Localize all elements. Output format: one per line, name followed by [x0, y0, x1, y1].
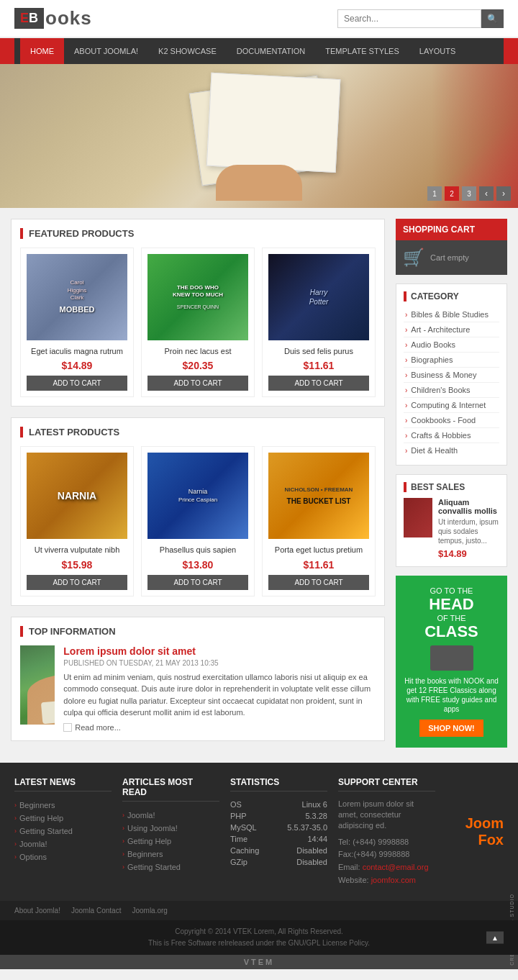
content-right: SHOPPING CART 🛒 Cart empty CATEGORY ›Bib…	[396, 219, 507, 752]
footer-link-news-3[interactable]: ›Joomla!	[14, 838, 112, 850]
category-section: CATEGORY ›Bibles & Bible Studies ›Art - …	[396, 283, 507, 466]
category-label-7: Cookbooks - Food	[411, 416, 476, 425]
footer-link-art-4[interactable]: ›Getting Started	[122, 861, 219, 874]
footer-link-arrow-3: ›	[14, 840, 17, 848]
footer-email-link[interactable]: contact@email.org	[363, 863, 429, 871]
promo-tablet-img	[430, 645, 473, 671]
vtem-watermark: VTEM	[0, 955, 518, 969]
category-item-8[interactable]: ›Crafts & Hobbies	[404, 428, 499, 443]
footer-link-art-0[interactable]: ›Joomla!	[122, 809, 219, 822]
info-item: Lorem ipsum dolor sit amet PUBLISHED ON …	[20, 645, 376, 732]
category-arrow-6: ›	[405, 401, 407, 409]
promo-line4: CLASS	[403, 624, 500, 640]
promo-banner: GO TO THE HEAD OF THE CLASS Hit the book…	[396, 576, 507, 748]
footer-stat-mysql: MySQL5.5.37-35.0	[230, 822, 327, 833]
featured-products-section: FEATURED PRODUCTS Carol Higgins Clark MO…	[11, 219, 385, 407]
latest-product-3-price: $11.61	[268, 559, 369, 571]
category-item-3[interactable]: ›Biographies	[404, 353, 499, 368]
category-item-9[interactable]: ›Diet & Health	[404, 443, 499, 458]
footer-support-desc: Lorem ipsum dolor sit amet, consectetur …	[338, 799, 435, 832]
footer-stat-php: PHP5.3.28	[230, 810, 327, 822]
promo-shop-btn[interactable]: SHOP NOW!	[419, 720, 483, 737]
search-button[interactable]: 🔍	[481, 9, 504, 28]
footer-link-art-3[interactable]: ›Beginners	[122, 848, 219, 861]
latest-product-2-title: Phasellus quis sapien	[147, 545, 248, 555]
category-label-5: Children's Books	[411, 386, 470, 394]
category-arrow-3: ›	[405, 356, 407, 364]
category-label-3: Biographies	[411, 355, 453, 364]
footer-link-news-0[interactable]: ›Beginners	[14, 799, 112, 812]
latest-product-2-img: Narnia Prince Caspian	[147, 453, 248, 539]
footer-link-art-2[interactable]: ›Getting Help	[122, 835, 219, 848]
featured-product-3-price: $11.61	[268, 360, 369, 371]
featured-product-2-price: $20.35	[147, 360, 248, 371]
category-label-1: Art - Architecture	[411, 325, 470, 334]
best-sales-header: BEST SALES	[404, 482, 499, 492]
best-sales-section: BEST SALES Aliquam convallis mollis Ut i…	[396, 474, 507, 567]
nav-item-home[interactable]: HOME	[20, 38, 64, 64]
footer-link-arrow-0: ›	[14, 802, 17, 809]
joomfox-text: Joom	[465, 815, 504, 832]
footer-fax: Fax:(+844) 9998888	[338, 848, 435, 861]
best-sale-desc: Ut interdum, ipsum quis sodales tempus, …	[438, 517, 499, 545]
featured-product-2-title: Proin nec lacus est	[147, 346, 248, 356]
footer-bottom: Copyright © 2014 VTEK Lorem, All Rights …	[0, 920, 518, 955]
latest-product-2-price: $13.80	[147, 559, 248, 571]
footer-link-news-1[interactable]: ›Getting Help	[14, 812, 112, 825]
category-arrow-2: ›	[405, 341, 407, 349]
cart-body: 🛒 Cart empty	[396, 240, 507, 275]
hero-dot-2[interactable]: 2	[445, 186, 459, 201]
featured-product-1-cart-btn[interactable]: ADD TO CART	[27, 376, 127, 391]
category-label-8: Crafts & Hobbies	[411, 431, 471, 440]
nav-item-k2[interactable]: K2 SHOWCASE	[148, 38, 227, 64]
footer-art-arrow-4: ›	[122, 863, 124, 871]
latest-product-3-cart-btn[interactable]: ADD TO CART	[268, 575, 369, 590]
footer-statistics: STATISTICS OSLinux 6 PHP5.3.28 MySQL5.5.…	[230, 777, 327, 887]
cart-empty-text: Cart empty	[430, 253, 469, 262]
featured-product-3-cart-btn[interactable]: ADD TO CART	[268, 376, 369, 391]
category-item-4[interactable]: ›Business & Money	[404, 368, 499, 383]
featured-product-1: Carol Higgins Clark MOBBED Eget iaculis …	[20, 248, 134, 397]
latest-product-3-title: Porta eget luctus pretium	[268, 545, 369, 555]
best-sale-title: Aliquam convallis mollis	[438, 498, 499, 515]
read-more-link[interactable]: Read more...	[63, 723, 376, 732]
latest-product-2-cart-btn[interactable]: ADD TO CART	[147, 575, 248, 590]
info-meta: PUBLISHED ON TUESDAY, 21 MAY 2013 10:35	[63, 659, 376, 667]
footer-bar-link-0[interactable]: About Joomla!	[14, 907, 60, 915]
back-to-top-btn[interactable]: ▲	[486, 932, 504, 944]
hero-dot-3[interactable]: 3	[462, 186, 476, 201]
hero-prev[interactable]: ‹	[479, 186, 494, 201]
footer-latest-news: LATEST NEWS ›Beginners ›Getting Help ›Ge…	[14, 777, 112, 887]
shopping-cart-section: SHOPPING CART 🛒 Cart empty	[396, 219, 507, 275]
category-item-6[interactable]: ›Computing & Internet	[404, 398, 499, 413]
footer-website-link[interactable]: joomfox.com	[371, 876, 416, 884]
nav-item-about[interactable]: ABOUT JOOMLA!	[64, 38, 148, 64]
footer-bar-link-2[interactable]: Joomla.org	[132, 907, 167, 915]
nav-item-styles[interactable]: TEMPLATE STYLES	[315, 38, 409, 64]
nav-item-docs[interactable]: DOCUMENTATION	[227, 38, 316, 64]
category-item-1[interactable]: ›Art - Architecture	[404, 322, 499, 337]
footer-art-arrow-1: ›	[122, 825, 124, 832]
top-info-header: TOP INFORMATION	[20, 626, 376, 637]
latest-product-1-cart-btn[interactable]: ADD TO CART	[27, 575, 127, 590]
latest-product-1-img: NARNIA	[27, 453, 127, 539]
category-item-7[interactable]: ›Cookbooks - Food	[404, 413, 499, 428]
category-item-5[interactable]: ›Children's Books	[404, 383, 499, 398]
featured-product-3-title: Duis sed felis purus	[268, 346, 369, 356]
hero-next[interactable]: ›	[496, 186, 511, 201]
best-sale-price: $14.89	[438, 548, 499, 559]
footer-link-art-1[interactable]: ›Using Joomla!	[122, 822, 219, 835]
nav-item-layouts[interactable]: LAYOUTS	[409, 38, 466, 64]
hero-dot-1[interactable]: 1	[427, 186, 442, 201]
footer-tel: Tel: (+844) 9998888	[338, 836, 435, 849]
footer-stat-caching: CachingDisabled	[230, 845, 327, 856]
featured-product-2-cart-btn[interactable]: ADD TO CART	[147, 376, 248, 391]
footer-link-news-2[interactable]: ›Getting Started	[14, 825, 112, 838]
footer-bar-link-1[interactable]: Joomla Contact	[71, 907, 121, 915]
category-item-0[interactable]: ›Bibles & Bible Studies	[404, 307, 499, 322]
footer-link-news-4[interactable]: ›Options	[14, 850, 112, 863]
info-title: Lorem ipsum dolor sit amet	[63, 645, 376, 657]
category-arrow-7: ›	[405, 417, 407, 425]
search-input[interactable]	[337, 9, 481, 28]
category-item-2[interactable]: ›Audio Books	[404, 337, 499, 353]
